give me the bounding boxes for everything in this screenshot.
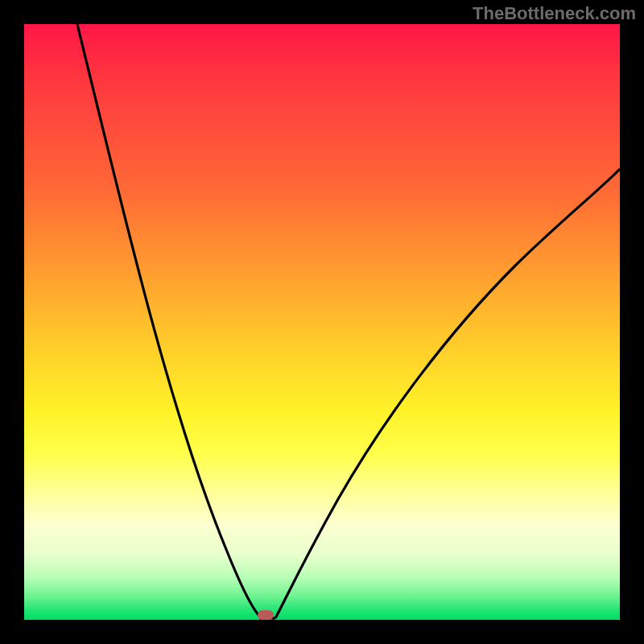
chart-container: TheBottleneck.com <box>0 0 644 644</box>
left-branch-curve <box>77 24 266 618</box>
right-branch-curve <box>275 169 620 618</box>
plot-area <box>24 24 620 620</box>
optimal-marker <box>258 610 274 620</box>
curve-layer <box>24 24 620 620</box>
watermark-text: TheBottleneck.com <box>473 3 636 24</box>
